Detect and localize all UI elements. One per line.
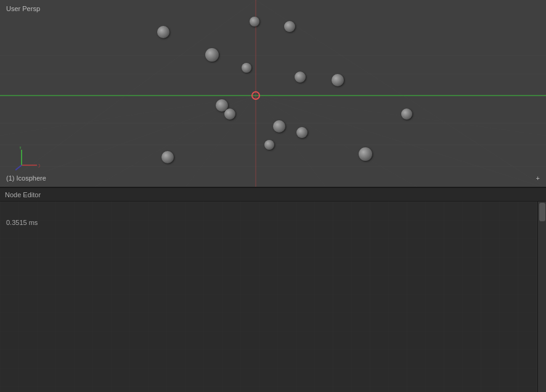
icosphere-instance — [264, 140, 274, 150]
node-grid — [0, 202, 546, 392]
icosphere-instance — [157, 26, 169, 38]
scrollbar-thumb[interactable] — [539, 203, 545, 221]
object-label: (1) Icosphere — [6, 174, 46, 182]
ne-timing: 0.3515 ms — [6, 219, 38, 226]
svg-line-10 — [256, 96, 546, 187]
icosphere-instance — [224, 108, 235, 120]
icosphere-instance — [161, 151, 174, 163]
icosphere-instance — [332, 74, 344, 86]
icosphere-instance — [250, 17, 259, 27]
icosphere-instance — [401, 108, 412, 120]
svg-rect-24 — [0, 202, 546, 392]
svg-line-8 — [256, 0, 546, 187]
node-editor: Node Editor 0.3515 ms — [0, 188, 546, 392]
viewport-3d[interactable]: X Y User Persp (1) Icosphere + — [0, 0, 546, 188]
node-editor-scrollbar[interactable] — [537, 202, 546, 392]
icosphere-instance — [273, 120, 285, 133]
axis-indicator: X Y — [15, 147, 40, 171]
icosphere-instance — [205, 48, 219, 62]
viewport-corner[interactable]: + — [536, 174, 540, 182]
node-editor-type: Node Editor — [5, 191, 41, 198]
node-editor-canvas[interactable]: 0.3515 ms Integer Input Integer — [0, 202, 546, 392]
svg-line-14 — [256, 96, 419, 187]
node-connections — [0, 202, 546, 392]
icosphere-instance — [296, 127, 308, 138]
icosphere-instance — [242, 63, 251, 73]
icosphere-instance — [284, 21, 295, 32]
node-editor-header: Node Editor — [0, 188, 546, 202]
viewport-grid — [0, 0, 546, 187]
icosphere-instance — [359, 147, 372, 161]
svg-line-23 — [15, 165, 22, 170]
icosphere-instance — [295, 71, 306, 83]
origin-point — [251, 91, 260, 100]
svg-text:X: X — [38, 163, 40, 169]
svg-text:Y: Y — [18, 147, 22, 150]
viewport-label: User Persp — [6, 5, 40, 12]
